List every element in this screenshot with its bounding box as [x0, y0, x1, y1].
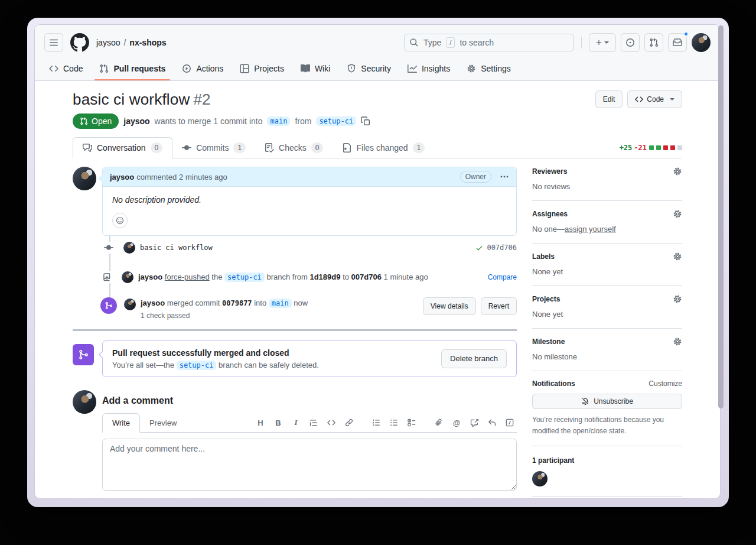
code-dropdown-button[interactable]: Code [627, 90, 682, 108]
view-details-button[interactable]: View details [423, 297, 476, 315]
gear-icon[interactable] [673, 337, 682, 346]
assign-yourself-link[interactable]: assign yourself [565, 225, 616, 233]
scrollbar[interactable] [718, 25, 724, 408]
mention-icon[interactable]: @ [452, 418, 461, 427]
event-word: merged commit [167, 299, 220, 307]
breadcrumb-repo[interactable]: nx-shops [129, 38, 166, 47]
search-placeholder-2: to search [460, 38, 494, 47]
comment-time[interactable]: 2 minutes ago [179, 173, 227, 181]
slash-commands-icon[interactable] [505, 418, 514, 427]
code-icon[interactable] [327, 418, 336, 427]
heading-icon[interactable]: H [256, 418, 265, 427]
participant-avatar[interactable] [532, 471, 548, 486]
customize-link[interactable]: Customize [649, 379, 682, 388]
task-list-icon[interactable] [407, 418, 416, 427]
avatar[interactable] [123, 242, 135, 254]
check-status[interactable]: 1 check passed [141, 312, 308, 320]
section-value: No one—assign yourself [532, 225, 682, 233]
tab-files-changed[interactable]: Files changed 1 [333, 138, 434, 158]
tab-counter: 0 [151, 142, 163, 153]
avatar[interactable] [122, 271, 133, 283]
section-title: Notifications [532, 379, 575, 388]
repo-tab-wiki[interactable]: Wiki [296, 58, 335, 80]
branch-label[interactable]: setup-ci [177, 361, 217, 370]
tab-write[interactable]: Write [102, 413, 140, 433]
book-icon [301, 64, 310, 73]
create-new-button[interactable]: + [589, 33, 616, 52]
kebab-menu-icon[interactable] [500, 172, 509, 181]
tab-commits[interactable]: Commits 1 [172, 138, 255, 158]
hamburger-menu-button[interactable] [44, 33, 63, 52]
commit-sha[interactable]: 007d706 [487, 244, 517, 252]
tab-checks[interactable]: Checks 0 [255, 138, 333, 158]
base-branch-label[interactable]: main [267, 116, 290, 126]
unsubscribe-button[interactable]: Unsubscribe [532, 394, 682, 409]
italic-icon[interactable]: I [291, 418, 301, 427]
pr-author[interactable]: jaysoo [123, 116, 149, 126]
gear-icon[interactable] [673, 294, 682, 304]
gear-icon[interactable] [673, 167, 682, 176]
diffstat-deletions: -21 [634, 144, 647, 152]
user-avatar[interactable] [692, 33, 711, 52]
old-sha[interactable]: 1d189d9 [309, 272, 340, 281]
avatar[interactable] [73, 390, 96, 414]
git-commit-icon [104, 242, 113, 254]
revert-button[interactable]: Revert [481, 297, 517, 315]
repo-tab-insights[interactable]: Insights [403, 58, 455, 80]
tab-preview[interactable]: Preview [140, 414, 186, 432]
merge-sha[interactable]: 0079877 [222, 299, 252, 307]
bullet-list-icon[interactable] [389, 418, 399, 427]
graph-icon [408, 64, 417, 73]
view-details-label: View details [431, 300, 468, 312]
participants-title: 1 participant [532, 456, 574, 465]
compare-link[interactable]: Compare [488, 273, 517, 281]
repo-tab-security[interactable]: Security [342, 58, 396, 80]
pull-requests-button[interactable] [644, 33, 663, 52]
gear-icon[interactable] [673, 252, 682, 261]
edit-button[interactable]: Edit [595, 90, 623, 108]
repo-tab-pull-requests[interactable]: Pull requests [94, 58, 170, 80]
repo-tab-settings[interactable]: Settings [462, 58, 516, 80]
add-reaction-button[interactable] [112, 213, 128, 228]
breadcrumb-owner[interactable]: jaysoo [96, 38, 120, 47]
copy-icon[interactable] [361, 116, 370, 126]
force-pushed-link[interactable]: force-pushed [165, 272, 210, 281]
event-author[interactable]: jaysoo [138, 272, 162, 281]
issue-opened-icon [625, 38, 635, 47]
comment-author[interactable]: jaysoo [110, 173, 134, 181]
event-author[interactable]: jaysoo [141, 299, 165, 307]
avatar[interactable] [73, 167, 96, 190]
gear-icon[interactable] [673, 209, 682, 219]
notification-dot [683, 31, 689, 37]
repo-tab-code[interactable]: Code [44, 58, 87, 80]
link-icon[interactable] [344, 418, 354, 427]
commit-message[interactable]: basic ci workflow [140, 244, 213, 252]
numbered-list-icon[interactable] [372, 418, 381, 427]
branch-label[interactable]: setup-ci [224, 272, 265, 282]
new-sha[interactable]: 007d706 [351, 272, 382, 281]
head-branch-label[interactable]: setup-ci [316, 116, 356, 126]
avatar[interactable] [124, 299, 136, 310]
quote-icon[interactable] [309, 418, 318, 427]
pr-number: #2 [193, 90, 210, 108]
branch-label[interactable]: main [269, 299, 292, 308]
github-logo[interactable] [70, 33, 89, 52]
site-header: jaysoo / nx-shops Type / to search + [35, 25, 720, 81]
repo-tab-actions[interactable]: Actions [177, 58, 228, 80]
tab-conversation[interactable]: Conversation 0 [73, 137, 172, 158]
attachment-icon[interactable] [434, 418, 444, 427]
delete-branch-button[interactable]: Delete branch [441, 349, 507, 368]
file-diff-icon [342, 143, 351, 153]
repo-tab-projects[interactable]: Projects [235, 58, 289, 80]
lock-conversation-button[interactable]: Lock conversation [532, 497, 682, 499]
sidebar-section-assignees: Assignees No one—assign yourself [532, 201, 682, 244]
editor-toolbar: H B I [256, 418, 517, 427]
search-input[interactable]: Type / to search [404, 34, 574, 51]
comment-textarea[interactable] [102, 439, 517, 491]
merged-banner: Pull request successfully merged and clo… [102, 340, 517, 377]
issues-button[interactable] [621, 33, 640, 52]
reply-icon[interactable] [487, 418, 497, 427]
tab-counter: 1 [233, 142, 246, 153]
cross-reference-icon[interactable] [470, 418, 479, 427]
bold-icon[interactable]: B [273, 418, 283, 427]
